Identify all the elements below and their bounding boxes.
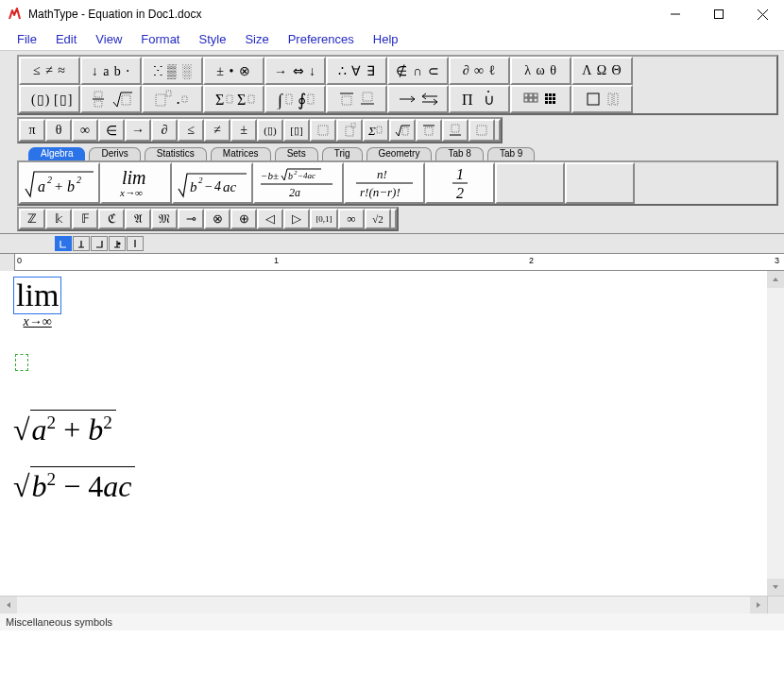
tmpl-brackets[interactable]: [▯] [283,119,310,142]
maximize-button[interactable] [697,0,741,28]
equation-limit[interactable]: lim x→∞ [13,277,61,329]
menu-preferences[interactable]: Preferences [279,28,364,51]
product-templates-palette[interactable]: Π∪ [449,85,510,113]
combination-template[interactable]: n!r!(n−r)! [344,162,425,204]
tmpl-sqrt[interactable] [389,119,416,142]
tmpl-underbar[interactable] [442,119,469,142]
sym-lessequal[interactable]: ≤ [178,119,204,142]
sym-interval[interactable]: [0,1] [310,209,338,229]
tab-stop-right[interactable] [91,236,108,251]
pythagoras-template[interactable]: a2+b2 [19,162,100,204]
subscript-superscript-templates-palette[interactable]: ∎ [142,85,203,113]
sym-lollipop[interactable]: ⊸ [178,209,204,229]
limit-template[interactable]: limx→∞ [100,162,172,204]
sym-field-k[interactable]: 𝕜 [45,209,72,229]
logical-symbols-palette[interactable]: ∴ ∀ ∃ [326,57,387,85]
sym-fraktur-m[interactable]: 𝔐 [151,209,178,229]
equation-sqrt-a2-b2[interactable]: √a2 + b2 [13,412,116,447]
fraction-radical-templates-palette[interactable] [80,85,142,113]
greek-uppercase-palette[interactable]: Λ Ω Θ [571,57,633,85]
close-button[interactable] [741,0,784,28]
operator-symbols-palette[interactable]: ± • ⊗ [203,57,264,85]
parentheses-templates-palette[interactable]: (▯)[▯] [19,85,80,113]
menu-help[interactable]: Help [364,28,408,51]
arrow-templates-palette[interactable] [387,85,449,113]
scroll-up-icon[interactable] [767,271,784,288]
scroll-down-icon[interactable] [767,579,784,596]
tmpl-parens[interactable]: (▯) [257,119,283,142]
tab-matrices[interactable]: Matrices [211,147,271,160]
tab-geometry[interactable]: Geometry [366,147,433,160]
sym-otimes[interactable]: ⊗ [204,209,230,229]
sym-pi[interactable]: π [19,119,45,142]
spaces-ellipses-palette[interactable]: ↓ a b ⋅ [80,57,142,85]
sym-element[interactable]: ∈ [98,119,125,142]
set-theory-symbols-palette[interactable]: ∉ ∩ ⊂ [387,57,449,85]
sym-oplus[interactable]: ⊕ [230,209,257,229]
sym-root2[interactable]: √2 [365,209,391,229]
matrix-templates-palette[interactable] [510,85,571,113]
menu-view[interactable]: View [86,28,131,51]
horizontal-scrollbar[interactable] [0,597,784,614]
tab-trig[interactable]: Trig [322,147,363,160]
minimize-button[interactable] [654,0,697,28]
summation-templates-palette[interactable]: ΣΣ [203,85,264,113]
tab-8[interactable]: Tab 8 [435,147,483,160]
embellishments-palette[interactable]: ⵘ ▒ ░ [142,57,203,85]
ruler[interactable]: 0 1 2 3 [0,254,784,271]
sym-triangle-right[interactable]: ▷ [283,209,310,229]
svg-text:∮: ∮ [298,91,307,109]
vertical-scrollbar[interactable] [767,271,784,596]
integral-templates-palette[interactable]: ∫∮ [264,85,326,113]
box-templates-palette[interactable] [571,85,633,113]
quadratic-formula-template[interactable]: −b±b2−4ac2a [253,162,344,204]
tab-algebra[interactable]: Algebra [28,147,85,160]
sym-fraktur-c[interactable]: ℭ [98,209,125,229]
tab-stop-left[interactable] [55,236,72,251]
one-half-template[interactable]: 12 [425,162,495,204]
menu-edit[interactable]: Edit [46,28,86,51]
equation-editor[interactable]: lim x→∞ √a2 + b2 √b2 − 4ac [0,271,784,597]
sym-plusminus[interactable]: ± [230,119,257,142]
tmpl-slot2[interactable] [336,119,363,142]
menu-file[interactable]: File [8,28,46,51]
discriminant-template[interactable]: b2−4ac [172,162,253,204]
sym-fraktur-a[interactable]: 𝔄 [125,209,151,229]
scroll-right-icon[interactable] [750,597,767,614]
sym-integers[interactable]: ℤ [19,209,45,229]
template-slot-empty-1[interactable] [495,162,565,204]
template-slot-empty-2[interactable] [565,162,635,204]
greek-lowercase-palette[interactable]: λ ω θ [510,57,571,85]
bar-templates-palette[interactable] [326,85,387,113]
tmpl-slot3[interactable] [469,119,495,142]
sym-theta[interactable]: θ [45,119,72,142]
relational-symbols-palette[interactable]: ≤ ≠ ≈ [19,57,80,85]
tmpl-overbar[interactable] [416,119,442,142]
sym-triangle-left[interactable]: ◁ [257,209,283,229]
tab-stop-center[interactable] [73,236,90,251]
sym-infinity-2[interactable]: ∞ [338,209,365,229]
sym-partial[interactable]: ∂ [151,119,178,142]
menu-size[interactable]: Size [235,28,278,51]
tab-stop-decimal[interactable] [109,236,126,251]
sym-field-f[interactable]: 𝔽 [72,209,98,229]
tab-sets[interactable]: Sets [275,147,318,160]
menu-style[interactable]: Style [189,28,235,51]
tab-stop-bar-type[interactable] [127,236,144,251]
svg-text:−: − [204,179,213,193]
tab-statistics[interactable]: Statistics [145,147,207,160]
sym-notequal[interactable]: ≠ [204,119,230,142]
scroll-left-icon[interactable] [0,597,17,614]
sym-infinity[interactable]: ∞ [72,119,98,142]
arrow-symbols-palette[interactable]: → ⇔ ↓ [264,57,326,85]
tab-9[interactable]: Tab 9 [487,147,535,160]
tab-derivs[interactable]: Derivs [89,147,140,160]
misc-symbols-palette[interactable]: ∂ ∞ ℓ [449,57,510,85]
sym-arrow[interactable]: → [125,119,151,142]
tmpl-slot1[interactable] [310,119,336,142]
tmpl-sum[interactable]: Σ [363,119,389,142]
menu-format[interactable]: Format [131,28,189,51]
equation-sqrt-discriminant[interactable]: √b2 − 4ac [13,469,135,504]
svg-text:1: 1 [456,166,464,182]
empty-slot[interactable] [15,354,28,371]
